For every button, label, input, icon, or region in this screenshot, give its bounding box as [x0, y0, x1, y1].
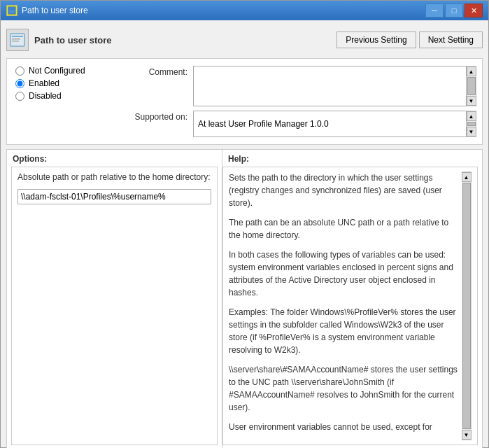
- header-title: Path to user store: [34, 35, 112, 46]
- svg-rect-0: [8, 7, 15, 14]
- not-configured-option[interactable]: Not Configured: [15, 66, 111, 76]
- settings-section: Not Configured Enabled Disabled Comment:: [6, 58, 483, 145]
- title-bar: Path to user store ─ □ ✕: [1, 1, 488, 20]
- supported-scroll-up[interactable]: ▲: [467, 111, 476, 121]
- comment-label: Comment:: [125, 66, 187, 77]
- radio-group: Not Configured Enabled Disabled: [7, 63, 119, 140]
- supported-value: At least User Profile Manager 1.0.0: [193, 111, 467, 137]
- disabled-option[interactable]: Disabled: [15, 91, 111, 101]
- options-input[interactable]: [18, 190, 211, 204]
- help-para-1: Sets the path to the directory in which …: [229, 172, 462, 209]
- disabled-label: Disabled: [29, 91, 62, 101]
- svg-rect-5: [12, 41, 19, 42]
- comment-textarea[interactable]: [193, 66, 467, 106]
- scroll-down-arrow[interactable]: ▼: [467, 96, 476, 106]
- header-left: Path to user store: [6, 29, 112, 51]
- supported-scroll-thumb[interactable]: [467, 122, 476, 126]
- previous-setting-button[interactable]: Previous Setting: [336, 31, 416, 48]
- options-content: Absolute path or path relative to the ho…: [11, 167, 218, 445]
- not-configured-label: Not Configured: [29, 66, 85, 76]
- header-icon: [6, 29, 29, 51]
- help-para-5: \\server\share\#SAMAAccountName# stores …: [229, 363, 462, 414]
- help-title: Help:: [222, 150, 482, 167]
- help-scroll-down[interactable]: ▼: [462, 430, 472, 440]
- title-bar-text: Path to user store: [22, 6, 88, 15]
- content-area: Path to user store Previous Setting Next…: [1, 20, 488, 448]
- main-panels: Options: Absolute path or path relative …: [6, 149, 483, 448]
- title-bar-left: Path to user store: [6, 5, 88, 16]
- help-text-area: Sets the path to the directory in which …: [229, 172, 462, 440]
- disabled-radio[interactable]: [15, 92, 24, 101]
- options-description: Absolute path or path relative to the ho…: [17, 172, 211, 183]
- options-input-wrapper: [17, 189, 211, 204]
- help-content: Sets the path to the directory in which …: [222, 167, 478, 445]
- supported-label: Supported on:: [125, 111, 187, 122]
- header-row: Path to user store Previous Setting Next…: [6, 26, 483, 54]
- supported-scrollbar: ▲ ▼: [467, 111, 476, 137]
- header-buttons: Previous Setting Next Setting: [336, 31, 483, 48]
- svg-rect-2: [10, 34, 24, 46]
- options-panel: Options: Absolute path or path relative …: [7, 150, 222, 448]
- supported-row: Supported on: At least User Profile Mana…: [125, 111, 476, 137]
- maximize-button[interactable]: □: [445, 4, 463, 18]
- svg-rect-4: [12, 38, 20, 40]
- help-scroll-thumb[interactable]: [462, 183, 471, 429]
- not-configured-radio[interactable]: [15, 66, 24, 76]
- enabled-radio[interactable]: [15, 79, 24, 88]
- supported-wrapper: At least User Profile Manager 1.0.0 ▲ ▼: [193, 111, 476, 137]
- comment-scrollbar: ▲ ▼: [467, 66, 476, 106]
- comment-row: Comment: ▲ ▼: [125, 66, 476, 106]
- close-button[interactable]: ✕: [465, 4, 483, 18]
- enabled-label: Enabled: [29, 78, 59, 88]
- supported-scroll-down[interactable]: ▼: [467, 127, 476, 136]
- help-panel: Help: Sets the path to the directory in …: [222, 150, 482, 448]
- minimize-button[interactable]: ─: [425, 4, 444, 18]
- help-para-4: Examples: The folder Windows\%ProfileVer…: [229, 306, 462, 356]
- title-bar-controls: ─ □ ✕: [425, 4, 483, 18]
- next-setting-button[interactable]: Next Setting: [419, 31, 483, 48]
- scroll-up-arrow[interactable]: ▲: [467, 66, 476, 76]
- help-scrollbar: ▲ ▼: [462, 172, 472, 440]
- svg-rect-3: [12, 36, 23, 37]
- window-icon: [6, 5, 17, 16]
- comment-wrapper: ▲ ▼: [193, 66, 476, 106]
- options-title: Options:: [7, 150, 222, 167]
- help-para-3: In both cases the following types of var…: [229, 248, 462, 299]
- help-scroll-up[interactable]: ▲: [462, 172, 472, 182]
- main-window: Path to user store ─ □ ✕ Path to user st: [0, 0, 489, 448]
- label-section: Comment: ▲ ▼ Supported on: At: [119, 63, 482, 140]
- help-para-6: User environment variables cannot be use…: [229, 421, 462, 433]
- help-para-2: The path can be an absolute UNC path or …: [229, 216, 462, 241]
- scroll-thumb[interactable]: [467, 77, 476, 95]
- enabled-option[interactable]: Enabled: [15, 78, 111, 88]
